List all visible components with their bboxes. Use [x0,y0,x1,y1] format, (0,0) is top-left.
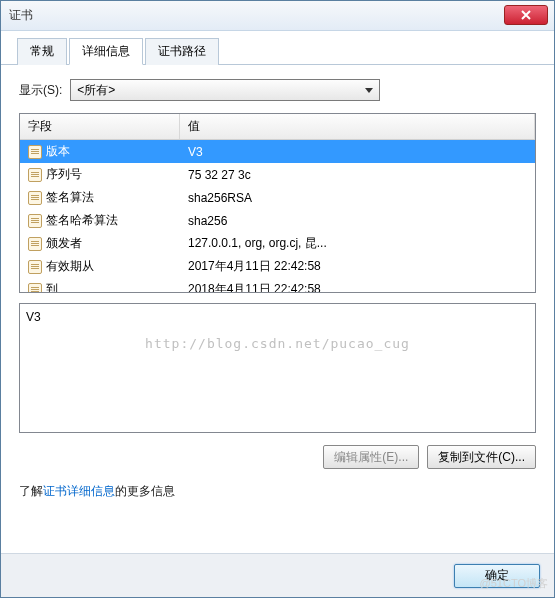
cert-field-icon [28,237,42,251]
list-row[interactable]: 版本 V3 [20,140,535,163]
cert-field-icon [28,191,42,205]
col-header-value[interactable]: 值 [180,114,535,139]
button-row: 编辑属性(E)... 复制到文件(C)... [19,445,536,469]
field-detail-value: V3 [26,310,41,324]
fields-list[interactable]: 字段 值 版本 V3 序列号 75 32 27 3c 签名算法 sha256RS… [19,113,536,293]
learn-more-link[interactable]: 证书详细信息 [43,484,115,498]
show-label: 显示(S): [19,82,62,99]
close-icon [521,10,531,20]
close-button[interactable] [504,5,548,25]
tab-strip: 常规 详细信息 证书路径 [1,31,554,65]
details-page: 显示(S): <所有> 字段 值 版本 V3 序列号 75 32 27 3c 签… [1,65,554,510]
cert-field-icon [28,145,42,159]
show-select[interactable]: <所有> [70,79,380,101]
dialog-footer: 确定 [1,553,554,597]
certificate-dialog: 证书 常规 详细信息 证书路径 显示(S): <所有> 字段 值 版本 V3 [0,0,555,598]
cert-field-icon [28,260,42,274]
cert-field-icon [28,283,42,294]
edit-properties-button[interactable]: 编辑属性(E)... [323,445,419,469]
cert-field-icon [28,168,42,182]
list-row[interactable]: 签名哈希算法 sha256 [20,209,535,232]
show-filter-row: 显示(S): <所有> [19,79,536,101]
window-title: 证书 [9,7,33,24]
col-header-field[interactable]: 字段 [20,114,180,139]
list-header: 字段 值 [20,114,535,140]
tab-cert-path[interactable]: 证书路径 [145,38,219,65]
tab-details[interactable]: 详细信息 [69,38,143,65]
copy-to-file-button[interactable]: 复制到文件(C)... [427,445,536,469]
list-row[interactable]: 签名算法 sha256RSA [20,186,535,209]
list-row[interactable]: 颁发者 127.0.0.1, org, org.cj, 昆... [20,232,535,255]
field-detail-box[interactable]: V3 [19,303,536,433]
cert-field-icon [28,214,42,228]
list-row[interactable]: 到 2018年4月11日 22:42:58 [20,278,535,293]
list-row[interactable]: 有效期从 2017年4月11日 22:42:58 [20,255,535,278]
ok-button[interactable]: 确定 [454,564,540,588]
learn-more-row: 了解证书详细信息的更多信息 [19,483,536,500]
list-row[interactable]: 序列号 75 32 27 3c [20,163,535,186]
tab-general[interactable]: 常规 [17,38,67,65]
titlebar: 证书 [1,1,554,31]
show-select-value: <所有> [77,83,115,97]
